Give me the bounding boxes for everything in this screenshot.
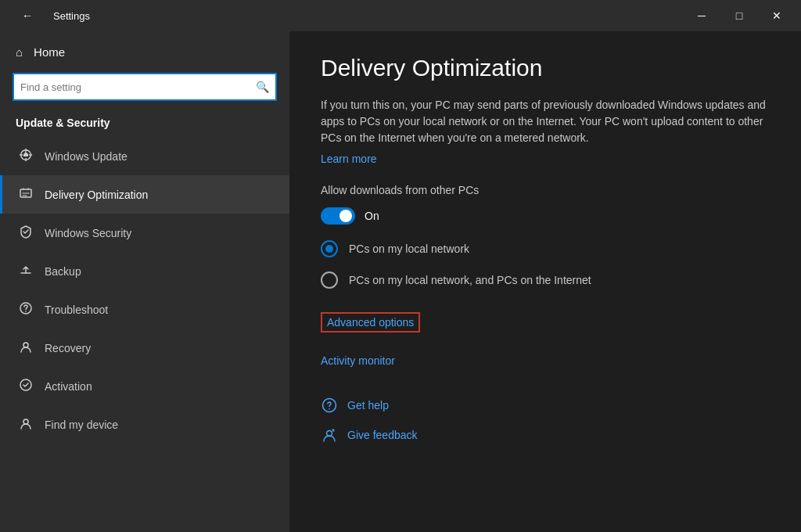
activity-monitor-link[interactable]: Activity monitor (321, 354, 395, 367)
delivery-optimization-icon (18, 186, 34, 203)
activity-monitor-row[interactable]: Activity monitor (321, 347, 770, 375)
maximize-button[interactable]: □ (721, 3, 757, 28)
sidebar-item-windows-update[interactable]: Windows Update (0, 137, 289, 175)
activation-label: Activation (45, 380, 92, 393)
search-icon: 🔍 (256, 81, 269, 93)
content-area: Delivery Optimization If you turn this o… (289, 31, 801, 532)
radio-1-label: PCs on my local network (349, 243, 469, 255)
back-button[interactable]: ← (9, 3, 45, 28)
title-bar: ← Settings ─ □ ✕ (0, 0, 801, 31)
sidebar-item-home[interactable]: ⌂ Home (0, 31, 289, 73)
radio-option-1[interactable]: PCs on my local network (321, 240, 770, 257)
advanced-options-row[interactable]: Advanced options (321, 304, 770, 340)
allow-downloads-label: Allow downloads from other PCs (321, 184, 770, 196)
toggle-label: On (365, 210, 379, 222)
find-my-device-label: Find my device (45, 419, 118, 431)
get-help-label: Get help (347, 399, 389, 412)
search-input[interactable] (20, 81, 256, 93)
get-help-icon (321, 397, 338, 414)
troubleshoot-label: Troubleshoot (45, 304, 108, 316)
recovery-icon (18, 340, 34, 356)
give-feedback-icon (321, 426, 338, 444)
svg-point-7 (329, 408, 330, 410)
sidebar-item-activation[interactable]: Activation (0, 367, 289, 405)
svg-point-5 (23, 419, 28, 424)
sidebar-item-backup[interactable]: Backup (0, 252, 289, 290)
minimize-button[interactable]: ─ (684, 3, 720, 28)
advanced-options-box: Advanced options (321, 312, 420, 332)
home-label: Home (34, 45, 65, 59)
sidebar: ⌂ Home 🔍 Update & Security Windows Updat… (0, 31, 289, 532)
sidebar-section-title: Update & Security (0, 110, 289, 137)
sidebar-item-find-my-device[interactable]: Find my device (0, 405, 289, 444)
svg-point-3 (23, 343, 28, 347)
toggle-switch[interactable] (321, 207, 355, 225)
windows-update-label: Windows Update (45, 150, 128, 163)
learn-more-link[interactable]: Learn more (321, 153, 770, 165)
title-bar-title: Settings (53, 10, 90, 22)
svg-point-2 (25, 311, 27, 312)
troubleshoot-icon (18, 301, 34, 318)
give-feedback-row[interactable]: Give feedback (321, 420, 770, 450)
activation-icon (18, 378, 34, 394)
sidebar-item-troubleshoot[interactable]: Troubleshoot (0, 290, 289, 329)
windows-security-icon (18, 225, 34, 241)
app-body: ⌂ Home 🔍 Update & Security Windows Updat… (0, 31, 801, 532)
recovery-label: Recovery (45, 342, 91, 354)
radio-2-label: PCs on my local network, and PCs on the … (349, 274, 591, 286)
description-text: If you turn this on, your PC may send pa… (321, 97, 770, 146)
windows-security-label: Windows Security (45, 227, 131, 239)
toggle-thumb (339, 210, 352, 222)
windows-update-icon (18, 148, 34, 164)
home-icon: ⌂ (16, 45, 23, 59)
sidebar-item-delivery-optimization[interactable]: Delivery Optimization (0, 175, 289, 214)
find-my-device-icon (18, 416, 34, 433)
page-title: Delivery Optimization (321, 55, 770, 81)
radio-2-outer (321, 271, 338, 289)
title-bar-left: ← Settings (9, 3, 90, 28)
backup-icon (18, 263, 34, 279)
get-help-row[interactable]: Get help (321, 390, 770, 420)
toggle-row: On (321, 207, 770, 225)
delivery-optimization-label: Delivery Optimization (45, 189, 148, 201)
close-button[interactable]: ✕ (759, 3, 795, 28)
give-feedback-label: Give feedback (347, 429, 418, 441)
sidebar-item-recovery[interactable]: Recovery (0, 329, 289, 367)
radio-1-outer (321, 240, 338, 257)
search-box: 🔍 (13, 73, 277, 101)
backup-label: Backup (45, 265, 81, 278)
search-box-wrap: 🔍 (0, 73, 289, 110)
title-bar-controls: ─ □ ✕ (684, 3, 795, 28)
radio-option-2[interactable]: PCs on my local network, and PCs on the … (321, 271, 770, 289)
advanced-options-link[interactable]: Advanced options (327, 316, 414, 329)
radio-1-inner (325, 245, 333, 253)
sidebar-item-windows-security[interactable]: Windows Security (0, 214, 289, 252)
